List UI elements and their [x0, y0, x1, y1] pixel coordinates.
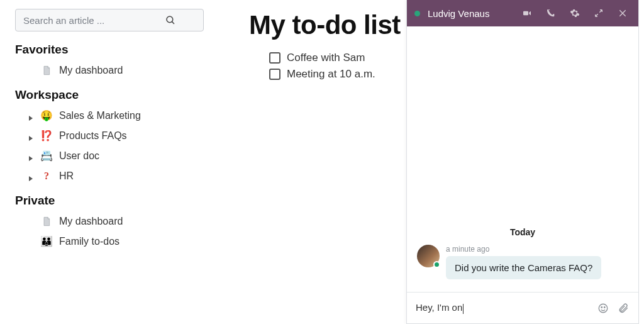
sidebar-item-label: My dashboard	[59, 216, 123, 227]
expand-icon[interactable]	[591, 5, 607, 21]
svg-point-3	[599, 304, 608, 313]
section-title-favorites: Favorites	[15, 43, 211, 57]
caret-spacer	[28, 238, 34, 245]
emoji-picker-icon[interactable]	[597, 302, 609, 315]
sidebar-item-family-todos[interactable]: 👪 Family to-dos	[15, 232, 211, 252]
chat-panel: Ludvig Venaus Today	[406, 0, 639, 324]
phone-call-icon[interactable]	[543, 5, 559, 21]
message-column: a minute ago Did you write the Cameras F…	[446, 245, 601, 279]
sidebar: Favorites My dashboard Workspace 🤑 Sal	[0, 0, 220, 324]
message-bubble: Did you write the Cameras FAQ?	[446, 256, 601, 279]
attach-icon[interactable]	[617, 302, 630, 315]
sidebar-item-my-dashboard-private[interactable]: My dashboard	[15, 211, 211, 232]
chat-header: Ludvig Venaus	[407, 0, 638, 26]
section-title-workspace: Workspace	[15, 88, 211, 102]
card-index-icon: 📇	[40, 150, 53, 162]
sidebar-item-label: HR	[59, 170, 74, 182]
svg-rect-2	[523, 11, 528, 16]
close-icon[interactable]	[614, 5, 631, 21]
sidebar-item-hr[interactable]: ? HR	[15, 166, 211, 186]
document-icon	[40, 64, 53, 77]
caret-spacer	[28, 67, 34, 74]
section-title-private: Private	[15, 194, 211, 208]
chevron-right-icon[interactable]	[28, 133, 34, 139]
nav-list-favorites: My dashboard	[15, 60, 211, 81]
sidebar-item-my-dashboard[interactable]: My dashboard	[15, 60, 211, 81]
svg-point-5	[604, 306, 606, 308]
gear-icon[interactable]	[567, 5, 583, 21]
chevron-right-icon[interactable]	[28, 153, 34, 159]
document-icon	[40, 215, 53, 228]
family-icon: 👪	[40, 235, 53, 248]
sidebar-item-label: Products FAQs	[59, 130, 127, 142]
sidebar-item-label: User doc	[59, 150, 99, 162]
nav-list-workspace: 🤑 Sales & Marketing ⁉️ Products FAQs 📇 U…	[15, 106, 211, 186]
search-icon[interactable]	[165, 14, 176, 26]
sidebar-item-label: Sales & Marketing	[59, 110, 141, 121]
checkbox-icon[interactable]	[269, 52, 280, 64]
composer-value: Hey, I'm on	[416, 302, 462, 313]
sidebar-item-label: My dashboard	[59, 65, 123, 76]
search-wrap	[15, 9, 211, 31]
todo-label: Coffee with Sam	[287, 52, 365, 64]
chat-body: Today a minute ago Did you write the Cam…	[407, 26, 638, 292]
double-exclaim-icon: ⁉️	[40, 130, 53, 142]
presence-online-icon	[433, 261, 440, 268]
nav-list-private: My dashboard 👪 Family to-dos	[15, 211, 211, 252]
video-call-icon[interactable]	[519, 5, 535, 21]
presence-online-icon	[414, 11, 420, 16]
sidebar-item-user-doc[interactable]: 📇 User doc	[15, 146, 211, 166]
svg-line-1	[172, 21, 174, 24]
money-face-icon: 🤑	[40, 109, 53, 122]
caret-spacer	[28, 218, 34, 225]
text-cursor-icon	[463, 304, 464, 314]
chevron-right-icon[interactable]	[28, 113, 34, 119]
sidebar-item-label: Family to-dos	[59, 236, 119, 247]
checkbox-icon[interactable]	[269, 69, 280, 80]
sidebar-item-sales-marketing[interactable]: 🤑 Sales & Marketing	[15, 106, 211, 126]
app-root: Favorites My dashboard Workspace 🤑 Sal	[0, 0, 644, 324]
question-mark-icon: ?	[40, 170, 53, 182]
composer-text[interactable]: Hey, I'm on	[416, 302, 589, 313]
chat-day-separator: Today	[417, 227, 628, 237]
todo-label: Meeting at 10 a.m.	[287, 68, 375, 81]
chat-message: a minute ago Did you write the Cameras F…	[417, 245, 628, 279]
avatar[interactable]	[417, 245, 440, 267]
svg-point-0	[167, 16, 173, 23]
message-timestamp: a minute ago	[446, 245, 601, 254]
svg-point-4	[601, 306, 602, 308]
chevron-right-icon[interactable]	[28, 173, 34, 179]
sidebar-item-products-faqs[interactable]: ⁉️ Products FAQs	[15, 126, 211, 146]
chat-contact-name[interactable]: Ludvig Venaus	[428, 8, 511, 19]
chat-composer: Hey, I'm on	[407, 292, 638, 323]
